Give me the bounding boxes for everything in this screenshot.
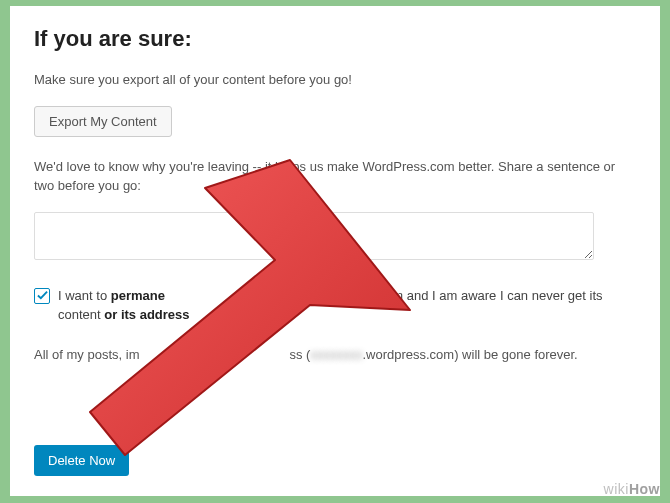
export-reminder: Make sure you export all of your content…	[34, 70, 636, 90]
feedback-prompt: We'd love to know why you're leaving -- …	[34, 157, 636, 196]
confirm-delete-label: I want to permane wordpress.com and I am…	[58, 286, 636, 325]
consequence-text: All of my posts, im ss (xxxxxxxx.wordpre…	[34, 345, 636, 365]
delete-site-panel: If you are sure: Make sure you export al…	[10, 6, 660, 496]
page-title: If you are sure:	[34, 26, 636, 52]
confirm-delete-checkbox[interactable]	[34, 288, 50, 304]
wikihow-watermark: wikiHow	[604, 481, 660, 497]
confirm-delete-row: I want to permane wordpress.com and I am…	[34, 286, 636, 325]
delete-now-button[interactable]: Delete Now	[34, 445, 129, 476]
feedback-textarea[interactable]	[34, 212, 594, 260]
export-content-button[interactable]: Export My Content	[34, 106, 172, 137]
check-icon	[37, 290, 48, 301]
